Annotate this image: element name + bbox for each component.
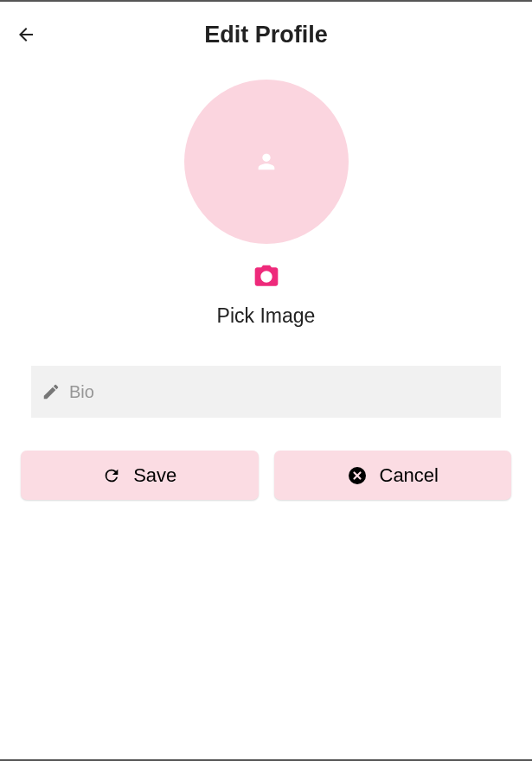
pick-image-label: Pick Image xyxy=(217,304,316,328)
cancel-icon xyxy=(347,465,368,486)
bio-field-container xyxy=(31,366,501,418)
arrow-back-icon xyxy=(16,24,36,45)
bio-input[interactable] xyxy=(69,382,490,402)
avatar-section: Pick Image xyxy=(0,80,532,328)
save-button[interactable]: Save xyxy=(21,451,259,500)
cancel-button-label: Cancel xyxy=(380,464,439,487)
save-button-label: Save xyxy=(133,464,176,487)
header: Edit Profile xyxy=(0,9,532,61)
button-row: Save Cancel xyxy=(0,451,532,500)
edit-icon xyxy=(42,382,61,401)
cancel-button[interactable]: Cancel xyxy=(274,451,512,500)
svg-point-0 xyxy=(262,273,270,281)
back-button[interactable] xyxy=(16,24,36,45)
page-title: Edit Profile xyxy=(204,22,328,48)
avatar-placeholder[interactable] xyxy=(184,80,349,244)
form-section xyxy=(0,366,532,418)
refresh-icon xyxy=(102,466,121,485)
pick-image-button[interactable] xyxy=(253,263,280,291)
person-icon xyxy=(254,150,279,174)
camera-icon xyxy=(253,263,280,291)
